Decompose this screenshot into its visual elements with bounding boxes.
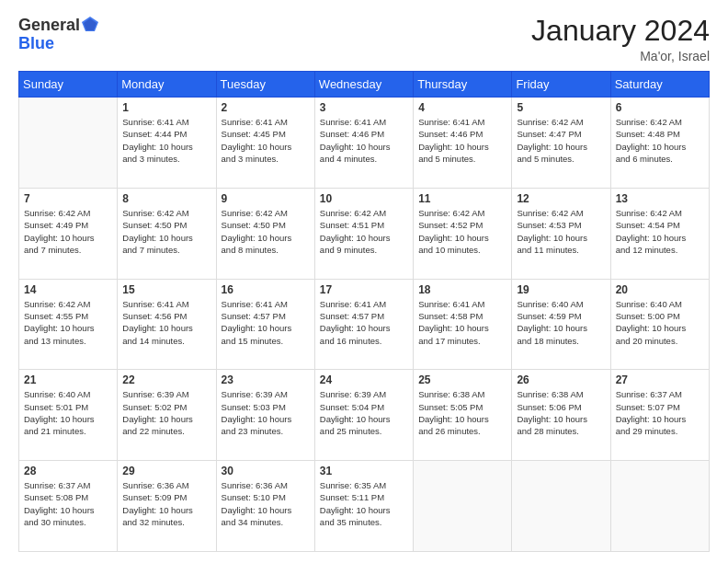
- day-number: 26: [517, 373, 605, 386]
- table-row: 28Sunrise: 6:37 AM Sunset: 5:08 PM Dayli…: [19, 461, 118, 552]
- day-number: 17: [320, 283, 408, 296]
- day-number: 23: [222, 373, 310, 386]
- day-info: Sunrise: 6:41 AM Sunset: 4:46 PM Dayligh…: [418, 116, 506, 165]
- table-row: 4Sunrise: 6:41 AM Sunset: 4:46 PM Daylig…: [414, 98, 512, 189]
- table-row: 5Sunrise: 6:42 AM Sunset: 4:47 PM Daylig…: [512, 98, 610, 189]
- table-row: 18Sunrise: 6:41 AM Sunset: 4:58 PM Dayli…: [414, 279, 512, 370]
- logo: General Blue: [18, 15, 100, 52]
- col-wednesday: Wednesday: [314, 72, 413, 98]
- day-number: 27: [616, 373, 704, 386]
- table-row: 2Sunrise: 6:41 AM Sunset: 4:45 PM Daylig…: [216, 98, 314, 189]
- table-row: 20Sunrise: 6:40 AM Sunset: 5:00 PM Dayli…: [610, 279, 709, 370]
- table-row: 6Sunrise: 6:42 AM Sunset: 4:48 PM Daylig…: [610, 98, 709, 189]
- header: General Blue January 2024 Ma'or, Israel: [18, 15, 710, 63]
- day-number: 8: [122, 192, 210, 205]
- day-info: Sunrise: 6:42 AM Sunset: 4:53 PM Dayligh…: [517, 207, 605, 256]
- day-info: Sunrise: 6:42 AM Sunset: 4:49 PM Dayligh…: [24, 207, 112, 256]
- day-number: 1: [122, 101, 210, 114]
- day-info: Sunrise: 6:41 AM Sunset: 4:44 PM Dayligh…: [122, 116, 210, 165]
- day-number: 31: [320, 465, 408, 477]
- day-info: Sunrise: 6:41 AM Sunset: 4:45 PM Dayligh…: [222, 116, 310, 165]
- day-number: 9: [222, 192, 310, 205]
- day-info: Sunrise: 6:42 AM Sunset: 4:50 PM Dayligh…: [222, 207, 310, 256]
- day-number: 13: [616, 192, 704, 205]
- day-number: 14: [24, 283, 112, 296]
- day-info: Sunrise: 6:38 AM Sunset: 5:06 PM Dayligh…: [517, 388, 605, 437]
- table-row: 12Sunrise: 6:42 AM Sunset: 4:53 PM Dayli…: [512, 188, 610, 279]
- day-info: Sunrise: 6:42 AM Sunset: 4:55 PM Dayligh…: [24, 298, 112, 347]
- day-info: Sunrise: 6:35 AM Sunset: 5:11 PM Dayligh…: [320, 479, 408, 528]
- calendar-week-row: 14Sunrise: 6:42 AM Sunset: 4:55 PM Dayli…: [19, 279, 710, 370]
- table-row: 31Sunrise: 6:35 AM Sunset: 5:11 PM Dayli…: [314, 461, 413, 552]
- day-info: Sunrise: 6:41 AM Sunset: 4:57 PM Dayligh…: [222, 298, 310, 347]
- col-sunday: Sunday: [19, 72, 118, 98]
- table-row: 7Sunrise: 6:42 AM Sunset: 4:49 PM Daylig…: [19, 188, 118, 279]
- day-number: 19: [517, 283, 605, 296]
- day-number: 22: [122, 373, 210, 386]
- logo-flag-icon: [80, 15, 100, 35]
- table-row: 9Sunrise: 6:42 AM Sunset: 4:50 PM Daylig…: [216, 188, 314, 279]
- day-number: 16: [222, 283, 310, 296]
- day-number: 21: [24, 373, 112, 386]
- day-info: Sunrise: 6:42 AM Sunset: 4:54 PM Dayligh…: [616, 207, 704, 256]
- day-number: 20: [616, 283, 704, 296]
- col-monday: Monday: [118, 72, 216, 98]
- table-row: 17Sunrise: 6:41 AM Sunset: 4:57 PM Dayli…: [314, 279, 413, 370]
- day-info: Sunrise: 6:42 AM Sunset: 4:48 PM Dayligh…: [616, 116, 704, 165]
- logo-general-text: General: [18, 17, 80, 33]
- day-number: 3: [320, 101, 408, 114]
- table-row: [414, 461, 512, 552]
- day-info: Sunrise: 6:41 AM Sunset: 4:58 PM Dayligh…: [418, 298, 506, 347]
- day-number: 2: [222, 101, 310, 114]
- day-info: Sunrise: 6:40 AM Sunset: 5:01 PM Dayligh…: [24, 388, 112, 437]
- day-info: Sunrise: 6:37 AM Sunset: 5:08 PM Dayligh…: [24, 479, 112, 528]
- day-info: Sunrise: 6:38 AM Sunset: 5:05 PM Dayligh…: [418, 388, 506, 437]
- table-row: 8Sunrise: 6:42 AM Sunset: 4:50 PM Daylig…: [118, 188, 216, 279]
- day-info: Sunrise: 6:40 AM Sunset: 4:59 PM Dayligh…: [517, 298, 605, 347]
- day-info: Sunrise: 6:39 AM Sunset: 5:02 PM Dayligh…: [122, 388, 210, 437]
- day-number: 6: [616, 101, 704, 114]
- day-number: 28: [24, 465, 112, 477]
- day-info: Sunrise: 6:39 AM Sunset: 5:04 PM Dayligh…: [320, 388, 408, 437]
- table-row: 15Sunrise: 6:41 AM Sunset: 4:56 PM Dayli…: [118, 279, 216, 370]
- table-row: 1Sunrise: 6:41 AM Sunset: 4:44 PM Daylig…: [118, 98, 216, 189]
- col-saturday: Saturday: [610, 72, 709, 98]
- day-number: 29: [122, 465, 210, 477]
- table-row: 25Sunrise: 6:38 AM Sunset: 5:05 PM Dayli…: [414, 370, 512, 461]
- day-info: Sunrise: 6:41 AM Sunset: 4:56 PM Dayligh…: [122, 298, 210, 347]
- col-tuesday: Tuesday: [216, 72, 314, 98]
- title-block: January 2024 Ma'or, Israel: [531, 15, 710, 63]
- calendar-week-row: 7Sunrise: 6:42 AM Sunset: 4:49 PM Daylig…: [19, 188, 710, 279]
- table-row: 19Sunrise: 6:40 AM Sunset: 4:59 PM Dayli…: [512, 279, 610, 370]
- calendar-table: Sunday Monday Tuesday Wednesday Thursday…: [18, 71, 710, 552]
- day-info: Sunrise: 6:40 AM Sunset: 5:00 PM Dayligh…: [616, 298, 704, 347]
- col-friday: Friday: [512, 72, 610, 98]
- col-thursday: Thursday: [414, 72, 512, 98]
- day-info: Sunrise: 6:41 AM Sunset: 4:46 PM Dayligh…: [320, 116, 408, 165]
- calendar-week-row: 1Sunrise: 6:41 AM Sunset: 4:44 PM Daylig…: [19, 98, 710, 189]
- table-row: 27Sunrise: 6:37 AM Sunset: 5:07 PM Dayli…: [610, 370, 709, 461]
- day-number: 15: [122, 283, 210, 296]
- table-row: 3Sunrise: 6:41 AM Sunset: 4:46 PM Daylig…: [314, 98, 413, 189]
- table-row: 21Sunrise: 6:40 AM Sunset: 5:01 PM Dayli…: [19, 370, 118, 461]
- table-row: 11Sunrise: 6:42 AM Sunset: 4:52 PM Dayli…: [414, 188, 512, 279]
- table-row: 24Sunrise: 6:39 AM Sunset: 5:04 PM Dayli…: [314, 370, 413, 461]
- table-row: 10Sunrise: 6:42 AM Sunset: 4:51 PM Dayli…: [314, 188, 413, 279]
- day-number: 5: [517, 101, 605, 114]
- month-title: January 2024: [531, 15, 710, 47]
- day-info: Sunrise: 6:42 AM Sunset: 4:52 PM Dayligh…: [418, 207, 506, 256]
- day-info: Sunrise: 6:36 AM Sunset: 5:10 PM Dayligh…: [222, 479, 310, 528]
- day-number: 12: [517, 192, 605, 205]
- logo-blue-text: Blue: [18, 35, 54, 52]
- table-row: 23Sunrise: 6:39 AM Sunset: 5:03 PM Dayli…: [216, 370, 314, 461]
- table-row: 26Sunrise: 6:38 AM Sunset: 5:06 PM Dayli…: [512, 370, 610, 461]
- day-info: Sunrise: 6:42 AM Sunset: 4:50 PM Dayligh…: [122, 207, 210, 256]
- table-row: 13Sunrise: 6:42 AM Sunset: 4:54 PM Dayli…: [610, 188, 709, 279]
- table-row: 16Sunrise: 6:41 AM Sunset: 4:57 PM Dayli…: [216, 279, 314, 370]
- day-number: 7: [24, 192, 112, 205]
- calendar-week-row: 28Sunrise: 6:37 AM Sunset: 5:08 PM Dayli…: [19, 461, 710, 552]
- day-info: Sunrise: 6:42 AM Sunset: 4:47 PM Dayligh…: [517, 116, 605, 165]
- table-row: 30Sunrise: 6:36 AM Sunset: 5:10 PM Dayli…: [216, 461, 314, 552]
- table-row: 14Sunrise: 6:42 AM Sunset: 4:55 PM Dayli…: [19, 279, 118, 370]
- table-row: 22Sunrise: 6:39 AM Sunset: 5:02 PM Dayli…: [118, 370, 216, 461]
